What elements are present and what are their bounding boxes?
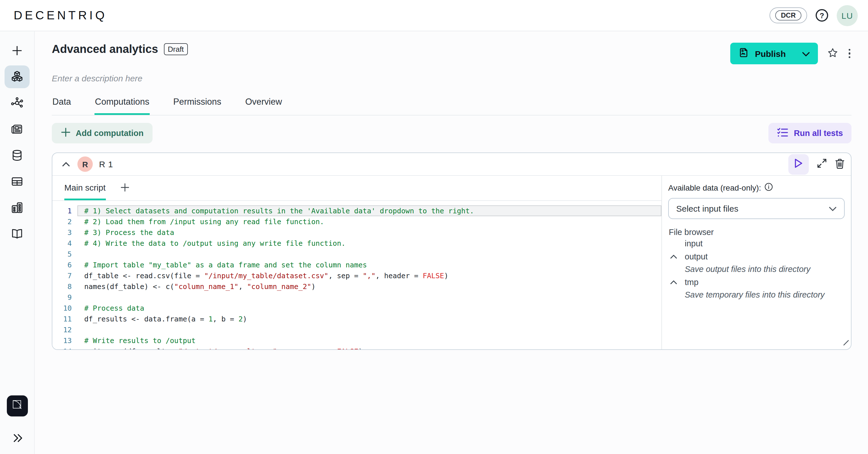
- decentriq-q-tile[interactable]: [7, 395, 28, 417]
- tab-permissions[interactable]: Permissions: [173, 93, 222, 115]
- expand-icon: [817, 158, 827, 170]
- chevron-up-icon[interactable]: [668, 254, 683, 259]
- description-placeholder[interactable]: Enter a description here: [52, 73, 851, 83]
- new-dcr-button[interactable]: [5, 39, 30, 62]
- file-browser-entry-input[interactable]: input: [668, 237, 845, 250]
- newspaper-icon: [10, 122, 24, 136]
- help-icon[interactable]: ?: [816, 9, 828, 22]
- directory-name: output: [683, 252, 708, 261]
- computation-name[interactable]: R 1: [99, 159, 113, 169]
- decentriq-q-icon: [10, 397, 25, 415]
- collapse-computation-button[interactable]: [60, 158, 72, 171]
- code-text: [78, 249, 661, 259]
- double-chevron-right-icon: [12, 433, 23, 445]
- code-text: # Import table "my_table" as a data fram…: [78, 259, 661, 270]
- sidebar-item-datasets[interactable]: [5, 144, 30, 167]
- run-all-tests-label: Run all tests: [794, 129, 843, 138]
- book-icon: [10, 227, 24, 241]
- more-options-button[interactable]: [847, 48, 851, 60]
- line-number: 9: [52, 292, 78, 303]
- line-number: 7: [52, 270, 78, 281]
- code-line[interactable]: 5: [52, 249, 661, 259]
- tab-main-script[interactable]: Main script: [64, 183, 105, 200]
- code-line[interactable]: 9: [52, 292, 661, 303]
- code-line[interactable]: 7df_table <- read.csv(file = "/input/my_…: [52, 270, 661, 281]
- chevron-up-icon[interactable]: [668, 280, 683, 285]
- code-editor[interactable]: 1# 1) Select datasets and computation re…: [52, 201, 661, 350]
- sidebar-expand-button[interactable]: [12, 433, 23, 445]
- code-text: # 2) Load them from /input using any rea…: [78, 216, 661, 227]
- line-number: 11: [52, 314, 78, 324]
- star-icon: [827, 47, 838, 60]
- sidebar-item-news[interactable]: [5, 118, 30, 140]
- dcr-badge[interactable]: DCR: [770, 7, 807, 23]
- code-line[interactable]: 10# Process data: [52, 303, 661, 314]
- select-input-files-placeholder: Select input files: [676, 204, 738, 213]
- top-bar-right: DCR ? LU: [770, 5, 858, 26]
- code-text: [78, 324, 661, 335]
- directory-name: input: [668, 239, 703, 248]
- code-line[interactable]: 11df_results <- data.frame(a = 1, b = 2): [52, 314, 661, 324]
- sidebar-item-clean-rooms[interactable]: [5, 65, 30, 88]
- code-line[interactable]: 2# 2) Load them from /input using any re…: [52, 216, 661, 227]
- top-bar: DECENTRIQ DCR ? LU: [0, 0, 868, 31]
- sidebar-item-documentation[interactable]: [5, 222, 30, 245]
- select-input-files-dropdown[interactable]: Select input files: [668, 198, 845, 219]
- publish-label: Publish: [755, 48, 786, 58]
- code-line[interactable]: 14write.csv(df_results, "/output/my_resu…: [52, 346, 661, 350]
- delete-computation-button[interactable]: [835, 158, 845, 170]
- file-browser-label: File browser: [668, 228, 845, 237]
- code-text: # 4) Write the data to /output using any…: [78, 238, 661, 249]
- user-avatar[interactable]: LU: [837, 5, 858, 26]
- main-content: Advanced analytics Draft Publish: [35, 31, 868, 454]
- line-number: 12: [52, 324, 78, 335]
- code-line[interactable]: 6# Import table "my_table" as a data fra…: [52, 259, 661, 270]
- add-computation-label: Add computation: [76, 129, 144, 138]
- publish-dropdown-chevron-icon[interactable]: [802, 48, 810, 58]
- line-number: 5: [52, 249, 78, 259]
- line-number: 8: [52, 281, 78, 292]
- add-computation-button[interactable]: Add computation: [52, 123, 153, 143]
- favorite-button[interactable]: [827, 47, 838, 60]
- add-script-button[interactable]: [120, 183, 129, 193]
- checklist-icon: [777, 127, 788, 139]
- expand-computation-button[interactable]: [817, 158, 827, 170]
- file-browser-entry-tmp[interactable]: tmp: [668, 276, 845, 288]
- code-line[interactable]: 4# 4) Write the data to /output using an…: [52, 238, 661, 249]
- publish-report-icon: [739, 47, 749, 60]
- publish-button[interactable]: Publish: [731, 43, 818, 64]
- tab-computations[interactable]: Computations: [94, 93, 150, 115]
- network-icon: [10, 96, 24, 110]
- status-badge: Draft: [164, 43, 188, 55]
- info-icon[interactable]: [765, 183, 773, 193]
- directory-hint: Save output files into this directory: [668, 263, 845, 275]
- line-number: 10: [52, 303, 78, 314]
- code-line[interactable]: 1# 1) Select datasets and computation re…: [52, 205, 661, 216]
- code-text: # Write results to /output: [78, 335, 661, 346]
- line-number: 13: [52, 335, 78, 346]
- code-text: write.csv(df_results, "/output/my_result…: [78, 346, 661, 350]
- run-all-tests-button[interactable]: Run all tests: [768, 123, 851, 143]
- tab-data[interactable]: Data: [52, 93, 72, 115]
- tab-overview[interactable]: Overview: [245, 93, 283, 115]
- sidebar-item-organization[interactable]: [5, 196, 30, 219]
- code-text: [78, 292, 661, 303]
- database-icon: [10, 149, 24, 162]
- sidebar-item-connections[interactable]: [5, 92, 30, 115]
- computation-card: R R 1: [52, 153, 851, 350]
- line-number: 14: [52, 346, 78, 350]
- kebab-menu-icon: [848, 49, 850, 58]
- file-browser-entry-output[interactable]: output: [668, 250, 845, 263]
- directory-name: tmp: [683, 278, 699, 287]
- code-line[interactable]: 8names(df_table) <- c("column_name_1", "…: [52, 281, 661, 292]
- code-line[interactable]: 13# Write results to /output: [52, 335, 661, 346]
- sidebar-item-tables[interactable]: [5, 170, 30, 193]
- resize-grip[interactable]: [842, 338, 849, 348]
- plus-icon: [120, 183, 129, 193]
- code-line[interactable]: 12: [52, 324, 661, 335]
- directory-hint: Save temporary files into this directory: [668, 288, 845, 301]
- available-data-label: Available data (read-only):: [668, 183, 761, 192]
- run-computation-button[interactable]: [788, 154, 809, 174]
- code-line[interactable]: 3# 3) Process the data: [52, 227, 661, 238]
- code-text: # 3) Process the data: [78, 227, 661, 238]
